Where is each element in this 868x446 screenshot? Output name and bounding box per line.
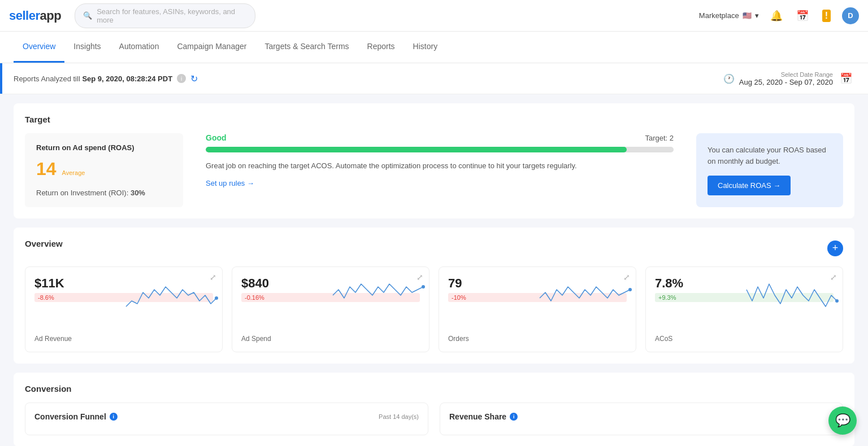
- overview-header: Overview +: [25, 239, 843, 257]
- conversion-grid: Conversion Funnel i Past 14 day(s) Reven…: [25, 403, 843, 435]
- roas-title: Return on Ad spend (ROAS): [36, 143, 172, 152]
- revenue-info-icon[interactable]: i: [510, 413, 518, 421]
- progress-good-label: Good: [206, 133, 227, 142]
- target-card: Return on Ad spend (ROAS) 14 Average Ret…: [25, 133, 843, 207]
- metric-card-ad-spend: ⤢ $840 -0.16% Ad Spend: [232, 266, 429, 352]
- revenue-share-header: Revenue Share i: [449, 412, 834, 421]
- reports-bar: Reports Analyzed till Sep 9, 2020, 08:28…: [0, 63, 868, 94]
- chat-icon: 💬: [835, 413, 850, 428]
- logo-text: sellerapp: [9, 8, 61, 23]
- main-content: Reports Analyzed till Sep 9, 2020, 08:28…: [0, 63, 868, 446]
- roas-card: Return on Ad spend (ROAS) 14 Average Ret…: [25, 133, 183, 207]
- search-placeholder: Search for features, ASINs, keywords, an…: [97, 7, 247, 24]
- secondary-navigation: Overview Insights Automation Campaign Ma…: [0, 32, 868, 63]
- svg-point-3: [835, 299, 839, 303]
- overview-title: Overview: [25, 239, 63, 248]
- conversion-section: Conversion Conversion Funnel i Past 14 d…: [14, 373, 854, 446]
- funnel-info-icon[interactable]: i: [110, 413, 118, 421]
- date-range-value: Aug 25, 2020 - Sep 07, 2020: [739, 78, 833, 86]
- metric-card-acos: ⤢ 7.8% +9.3% ACoS: [645, 266, 843, 352]
- date-picker-button[interactable]: 📅: [837, 70, 854, 87]
- tab-overview[interactable]: Overview: [14, 32, 64, 63]
- date-range-section: 🕐 Select Date Range Aug 25, 2020 - Sep 0…: [723, 70, 854, 87]
- chat-widget-button[interactable]: 💬: [828, 406, 857, 435]
- ad-revenue-chart: [126, 278, 216, 312]
- refresh-icon[interactable]: ↻: [190, 73, 198, 84]
- metrics-grid: ⤢ $11K -8.6% Ad Revenue ⤢ $840 -0.16% Ad…: [25, 266, 843, 352]
- reports-analyzed-text: Reports Analyzed till Sep 9, 2020, 08:28…: [14, 75, 172, 83]
- ad-revenue-label: Ad Revenue: [34, 335, 213, 343]
- info-icon[interactable]: i: [177, 74, 186, 83]
- conversion-funnel-header: Conversion Funnel i Past 14 day(s): [34, 412, 419, 421]
- alert-icon: !: [822, 10, 831, 22]
- metric-card-ad-revenue: ⤢ $11K -8.6% Ad Revenue: [25, 266, 223, 352]
- flag-icon: 🇺🇸: [743, 11, 752, 20]
- progress-description: Great job on reaching the target ACOS. A…: [206, 160, 674, 172]
- tab-insights[interactable]: Insights: [64, 32, 110, 63]
- setup-rules-link[interactable]: Set up rules →: [206, 179, 254, 187]
- blue-accent-border: [0, 63, 2, 94]
- plus-icon: +: [832, 242, 839, 254]
- calculate-roas-button[interactable]: Calculate ROAS →: [708, 176, 791, 195]
- target-section: Target Return on Ad spend (ROAS) 14 Aver…: [14, 103, 854, 218]
- metric-card-orders: ⤢ 79 -10% Orders: [439, 266, 636, 352]
- conversion-funnel-title: Conversion Funnel i: [34, 412, 118, 421]
- app-logo[interactable]: sellerapp: [9, 8, 61, 23]
- progress-bar-fill: [206, 147, 627, 152]
- target-section-title: Target: [25, 115, 843, 124]
- top-navigation: sellerapp 🔍 Search for features, ASINs, …: [0, 0, 868, 32]
- top-nav-right: Marketplace 🇺🇸 ▾ 🔔 📅 ! D: [699, 7, 859, 24]
- svg-point-0: [215, 296, 218, 300]
- tab-history[interactable]: History: [404, 32, 447, 63]
- tab-automation[interactable]: Automation: [110, 32, 168, 63]
- marketplace-selector[interactable]: Marketplace 🇺🇸 ▾: [699, 11, 759, 20]
- calculate-roas-card: You can calculate your ROAS based on mon…: [696, 133, 843, 207]
- avatar[interactable]: D: [842, 7, 859, 24]
- calendar-button[interactable]: 📅: [794, 7, 811, 24]
- svg-point-2: [628, 288, 632, 291]
- search-icon: 🔍: [83, 11, 92, 20]
- add-metric-button[interactable]: +: [827, 241, 843, 256]
- roas-value: 14: [36, 159, 57, 180]
- notification-bell-button[interactable]: 🔔: [768, 7, 785, 24]
- acos-chart: [747, 278, 837, 312]
- svg-point-1: [422, 285, 425, 288]
- roi-text: Return on Investment (ROI): 30%: [36, 189, 172, 197]
- overview-section: Overview + ⤢ $11K -8.6% Ad Revenue ⤢ $84…: [14, 228, 854, 364]
- alerts-button[interactable]: !: [820, 7, 833, 24]
- clock-icon: 🕐: [723, 73, 735, 84]
- conversion-title: Conversion: [25, 384, 843, 393]
- progress-bar: [206, 147, 674, 152]
- calendar-icon: 📅: [796, 10, 809, 22]
- search-bar[interactable]: 🔍 Search for features, ASINs, keywords, …: [75, 3, 255, 28]
- tab-campaign-manager[interactable]: Campaign Manager: [168, 32, 255, 63]
- progress-target-label: Target: 2: [645, 134, 674, 142]
- funnel-subtitle: Past 14 day(s): [379, 413, 419, 420]
- roas-badge: Average: [62, 169, 85, 176]
- tab-targets-search-terms[interactable]: Targets & Search Terms: [255, 32, 358, 63]
- marketplace-label: Marketplace: [699, 11, 739, 20]
- acos-label: ACoS: [655, 335, 834, 343]
- ad-spend-label: Ad Spend: [241, 335, 420, 343]
- orders-chart: [540, 278, 630, 312]
- date-range-label: Select Date Range: [739, 71, 833, 78]
- revenue-share-card: Revenue Share i: [440, 403, 843, 435]
- orders-label: Orders: [448, 335, 627, 343]
- calc-description: You can calculate your ROAS based on mon…: [708, 145, 832, 167]
- chevron-down-icon: ▾: [755, 11, 759, 20]
- tab-reports[interactable]: Reports: [358, 32, 404, 63]
- calendar-icon: 📅: [840, 72, 852, 85]
- revenue-share-title: Revenue Share i: [449, 412, 518, 421]
- ad-spend-chart: [333, 278, 423, 312]
- bell-icon: 🔔: [770, 10, 783, 22]
- progress-header: Good Target: 2: [206, 133, 674, 142]
- conversion-funnel-card: Conversion Funnel i Past 14 day(s): [25, 403, 428, 435]
- progress-section: Good Target: 2 Great job on reaching the…: [194, 133, 685, 207]
